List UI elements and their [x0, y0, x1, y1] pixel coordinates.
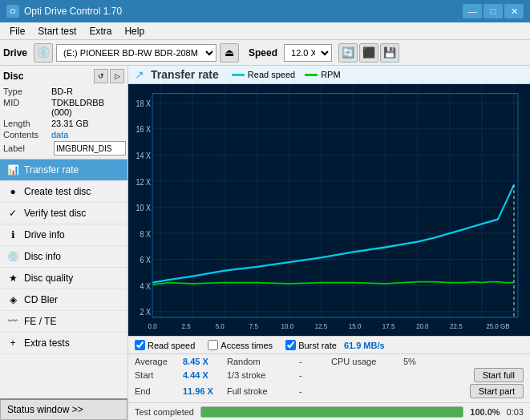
menu-start-test[interactable]: Start test	[31, 24, 83, 38]
disc-title: Disc	[3, 71, 23, 82]
stats-area: Average 8.45 X Random - CPU usage 5% Sta…	[128, 353, 530, 402]
menu-extra[interactable]: Extra	[83, 24, 118, 38]
nav-cd-bler-label: CD Bler	[24, 294, 58, 305]
burst-rate-checkbox-label[interactable]: Burst rate 61.9 MB/s	[285, 340, 385, 350]
random-value: -	[299, 357, 331, 366]
progress-bar-fill	[201, 407, 463, 417]
svg-text:17.5: 17.5	[382, 321, 395, 330]
burst-rate-checkbox-text: Burst rate	[298, 341, 337, 350]
menu-help[interactable]: Help	[118, 24, 151, 38]
svg-text:2 X: 2 X	[140, 308, 152, 317]
read-speed-checkbox-label[interactable]: Read speed	[135, 340, 195, 350]
app-title: Opti Drive Control 1.70	[24, 6, 122, 17]
svg-text:15.0: 15.0	[349, 321, 362, 330]
main-area: Disc ↺ ▷ Type BD-R MID TDKBLDRBB (000) L…	[0, 66, 530, 420]
contents-label: Contents	[3, 130, 51, 139]
nav-disc-quality-label: Disc quality	[24, 273, 73, 284]
mid-value: TDKBLDRBB (000)	[51, 98, 124, 117]
svg-text:16 X: 16 X	[136, 125, 152, 135]
nav-disc-info[interactable]: 💿 Disc info	[0, 246, 127, 268]
disc-icon-1[interactable]: ↺	[94, 69, 108, 83]
svg-rect-0	[128, 84, 530, 336]
transfer-rate-icon: 📊	[6, 164, 19, 176]
length-value: 23.31 GB	[51, 119, 88, 128]
length-label: Length	[3, 119, 51, 128]
title-bar: O Opti Drive Control 1.70 — □ ✕	[0, 0, 530, 22]
svg-text:6 X: 6 X	[140, 256, 152, 265]
type-value: BD-R	[51, 87, 73, 96]
menu-file[interactable]: File	[3, 24, 31, 38]
svg-text:0.0: 0.0	[148, 321, 156, 330]
eject-button[interactable]: ⏏	[220, 43, 239, 63]
nav-disc-quality[interactable]: ★ Disc quality	[0, 268, 127, 289]
verify-test-disc-icon: ✓	[6, 207, 19, 220]
svg-text:7.5: 7.5	[249, 321, 258, 330]
nav-extra-tests[interactable]: + Extra tests	[0, 333, 127, 354]
drive-info-icon: ℹ	[6, 228, 19, 241]
refresh-button[interactable]: 🔄	[338, 43, 358, 63]
chart-title-icon: ↗	[135, 68, 144, 81]
stats-row-1: Average 8.45 X Random - CPU usage 5%	[135, 357, 524, 366]
average-value: 8.45 X	[183, 357, 227, 366]
nav-verify-test-disc[interactable]: ✓ Verify test disc	[0, 203, 127, 224]
read-speed-checkbox[interactable]	[135, 340, 145, 350]
status-window-button[interactable]: Status window >>	[0, 398, 127, 420]
chart-title: Transfer rate	[151, 68, 219, 81]
chart-svg: 18 X 16 X 14 X 12 X 10 X 8 X 6 X 4 X 2 X…	[128, 84, 530, 336]
nav-verify-test-disc-label: Verify test disc	[24, 208, 86, 219]
svg-text:4 X: 4 X	[140, 281, 152, 291]
disc-quality-icon: ★	[6, 272, 19, 285]
nav-cd-bler[interactable]: ◈ CD Bler	[0, 289, 127, 311]
burst-rate-value: 61.9 MB/s	[344, 341, 385, 350]
disc-info-icon: 💿	[6, 250, 19, 263]
settings-button[interactable]: ⬛	[359, 43, 378, 63]
chart-legend: Read speed RPM	[232, 70, 341, 79]
drive-label: Drive	[3, 47, 27, 59]
fe-te-icon: 〰	[6, 315, 19, 328]
start-part-button[interactable]: Start part	[470, 384, 524, 398]
status-time: 0:03	[507, 407, 524, 417]
access-times-checkbox[interactable]	[208, 340, 218, 350]
label-label: Label	[3, 143, 51, 153]
close-button[interactable]: ✕	[504, 4, 524, 18]
nav-extra-tests-label: Extra tests	[24, 337, 70, 349]
contents-value[interactable]: data	[51, 130, 68, 139]
drive-icon: 💿	[34, 43, 53, 63]
access-times-checkbox-label[interactable]: Access times	[208, 340, 273, 350]
speed-select[interactable]: 12.0 X	[284, 44, 332, 62]
nav-menu: 📊 Transfer rate ● Create test disc ✓ Ver…	[0, 160, 127, 398]
stroke-1-label: 1/3 stroke	[227, 370, 299, 380]
save-button[interactable]: 💾	[380, 43, 399, 63]
nav-drive-info[interactable]: ℹ Drive info	[0, 224, 127, 246]
drive-select[interactable]: (E:) PIONEER BD-RW BDR-208M 1.50	[56, 44, 216, 62]
cpu-usage-value: 5%	[403, 357, 451, 366]
full-stroke-label: Full stroke	[227, 386, 299, 396]
end-label: End	[135, 386, 183, 396]
svg-text:20.0: 20.0	[416, 321, 429, 330]
read-speed-legend-color	[232, 74, 245, 76]
disc-icon-2[interactable]: ▷	[110, 69, 124, 83]
nav-create-test-disc[interactable]: ● Create test disc	[0, 181, 127, 203]
sidebar: Disc ↺ ▷ Type BD-R MID TDKBLDRBB (000) L…	[0, 66, 128, 420]
nav-transfer-rate[interactable]: 📊 Transfer rate	[0, 160, 127, 181]
minimize-button[interactable]: —	[463, 4, 482, 18]
chart-controls: Read speed Access times Burst rate 61.9 …	[128, 336, 530, 353]
nav-fe-te[interactable]: 〰 FE / TE	[0, 311, 127, 333]
burst-rate-checkbox[interactable]	[285, 340, 296, 350]
nav-fe-te-label: FE / TE	[24, 316, 56, 327]
mid-label: MID	[3, 98, 51, 117]
nav-disc-info-label: Disc info	[24, 251, 61, 262]
svg-text:22.5: 22.5	[450, 321, 463, 330]
cpu-usage-label: CPU usage	[331, 357, 403, 366]
svg-text:10 X: 10 X	[136, 204, 152, 213]
chart-header: ↗ Transfer rate Read speed RPM	[128, 66, 530, 84]
svg-text:12.5: 12.5	[315, 321, 328, 330]
maximize-button[interactable]: □	[483, 4, 503, 18]
stats-row-2: Start 4.44 X 1/3 stroke - Start full	[135, 368, 524, 382]
status-text: Test completed	[135, 407, 194, 417]
label-input[interactable]	[54, 141, 126, 155]
app-icon: O	[6, 5, 19, 18]
status-window-label: Status window >>	[7, 404, 83, 415]
read-speed-legend-label: Read speed	[248, 70, 295, 79]
start-full-button[interactable]: Start full	[474, 368, 524, 382]
